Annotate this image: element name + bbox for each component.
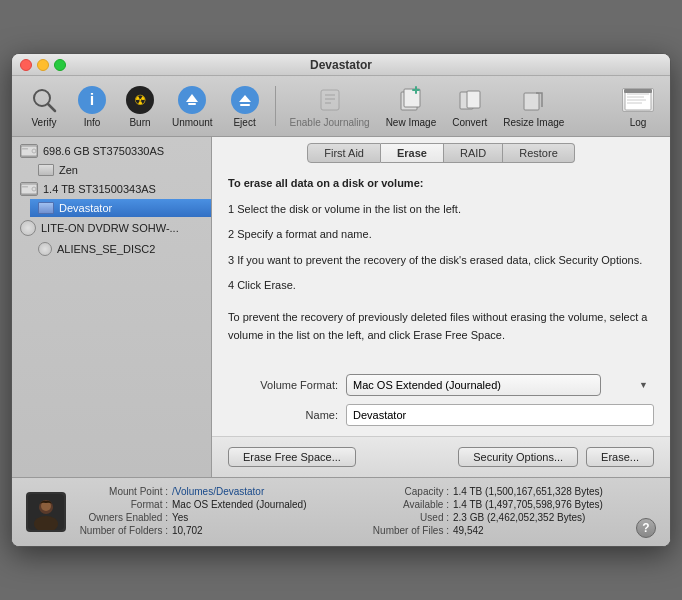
main-window: Devastator Verify i Info ☢ Burn xyxy=(11,53,671,547)
erase-button[interactable]: Erase... xyxy=(586,447,654,467)
used-val: 2.3 GB (2,462,052,352 Bytes) xyxy=(453,512,585,523)
disk2-icon xyxy=(20,182,38,196)
mount-point-row: Mount Point : /Volumes/Devastator xyxy=(78,486,343,497)
disk1-label: 698.6 GB ST3750330AS xyxy=(43,145,164,157)
used-key: Used : xyxy=(359,512,449,523)
eject-label: Eject xyxy=(233,117,255,128)
sidebar-item-disk1[interactable]: 698.6 GB ST3750330AS xyxy=(12,141,211,161)
owners-key: Owners Enabled : xyxy=(78,512,168,523)
owners-val: Yes xyxy=(172,512,188,523)
info-icon: i xyxy=(76,84,108,116)
toolbar-new-image[interactable]: New Image xyxy=(380,82,443,130)
svg-rect-28 xyxy=(22,186,28,188)
svg-rect-26 xyxy=(21,184,37,194)
security-options-button[interactable]: Security Options... xyxy=(458,447,578,467)
enable-journaling-icon xyxy=(314,84,346,116)
unmount-icon xyxy=(176,84,208,116)
right-panel: First Aid Erase RAID Restore To erase al… xyxy=(212,137,670,477)
resize-image-label: Resize Image xyxy=(503,117,564,128)
info-col-right: Capacity : 1.4 TB (1,500,167,651,328 Byt… xyxy=(359,486,624,538)
svg-rect-23 xyxy=(21,146,37,156)
toolbar-verify[interactable]: Verify xyxy=(22,82,66,130)
devastator-label: Devastator xyxy=(59,202,112,214)
capacity-val: 1.4 TB (1,500,167,651,328 Bytes) xyxy=(453,486,603,497)
volume-format-wrapper: Mac OS Extended (Journaled) Mac OS Exten… xyxy=(346,374,654,396)
avatar xyxy=(26,492,66,532)
available-key: Available : xyxy=(359,499,449,510)
folders-key: Number of Folders : xyxy=(78,525,168,536)
sidebar-item-optical1[interactable]: LITE-ON DVDRW SOHW-... xyxy=(12,217,211,239)
convert-icon xyxy=(454,84,486,116)
disc-icon xyxy=(38,242,52,256)
info-columns: Mount Point : /Volumes/Devastator Format… xyxy=(78,486,624,538)
close-button[interactable] xyxy=(20,59,32,71)
volume-format-label: Volume Format: xyxy=(228,379,338,391)
traffic-lights xyxy=(20,59,66,71)
sidebar: 698.6 GB ST3750330AS Zen 1.4 TB ST315003… xyxy=(12,137,212,477)
optical1-icon xyxy=(20,220,36,236)
volume-format-select[interactable]: Mac OS Extended (Journaled) Mac OS Exten… xyxy=(346,374,601,396)
svg-rect-3 xyxy=(188,103,196,105)
available-row: Available : 1.4 TB (1,497,705,598,976 By… xyxy=(359,499,624,510)
main-content: 698.6 GB ST3750330AS Zen 1.4 TB ST315003… xyxy=(12,137,670,477)
toolbar-eject[interactable]: Eject xyxy=(223,82,267,130)
tab-erase[interactable]: Erase xyxy=(381,143,444,163)
toolbar-unmount[interactable]: Unmount xyxy=(166,82,219,130)
new-image-icon xyxy=(395,84,427,116)
erase-extra: To prevent the recovery of previously de… xyxy=(228,309,654,344)
info-bar: Mount Point : /Volumes/Devastator Format… xyxy=(12,477,670,546)
button-row: Erase Free Space... Security Options... … xyxy=(212,436,670,477)
capacity-row: Capacity : 1.4 TB (1,500,167,651,328 Byt… xyxy=(359,486,624,497)
log-label: Log xyxy=(630,117,647,128)
erase-free-space-button[interactable]: Erase Free Space... xyxy=(228,447,356,467)
name-input[interactable] xyxy=(346,404,654,426)
info-col-left: Mount Point : /Volumes/Devastator Format… xyxy=(78,486,343,538)
svg-rect-22 xyxy=(624,89,652,93)
tab-raid[interactable]: RAID xyxy=(444,143,503,163)
toolbar-log[interactable]: Log xyxy=(616,82,660,130)
files-val: 49,542 xyxy=(453,525,484,536)
files-row: Number of Files : 49,542 xyxy=(359,525,624,536)
svg-rect-25 xyxy=(22,148,28,150)
eject-icon xyxy=(229,84,261,116)
used-row: Used : 2.3 GB (2,462,052,352 Bytes) xyxy=(359,512,624,523)
folders-val: 10,702 xyxy=(172,525,203,536)
enable-journaling-label: Enable Journaling xyxy=(290,117,370,128)
name-row: Name: xyxy=(228,404,654,426)
toolbar-enable-journaling[interactable]: Enable Journaling xyxy=(284,82,376,130)
zen-icon xyxy=(38,164,54,176)
minimize-button[interactable] xyxy=(37,59,49,71)
name-label: Name: xyxy=(228,409,338,421)
convert-label: Convert xyxy=(452,117,487,128)
instructions-title: To erase all data on a disk or volume: xyxy=(228,177,423,189)
new-image-label: New Image xyxy=(386,117,437,128)
disk1-icon xyxy=(20,144,38,158)
toolbar-info[interactable]: i Info xyxy=(70,82,114,130)
capacity-key: Capacity : xyxy=(359,486,449,497)
toolbar-burn[interactable]: ☢ Burn xyxy=(118,82,162,130)
help-button[interactable]: ? xyxy=(636,518,656,538)
owners-row: Owners Enabled : Yes xyxy=(78,512,343,523)
svg-rect-16 xyxy=(524,93,539,110)
available-val: 1.4 TB (1,497,705,598,976 Bytes) xyxy=(453,499,603,510)
extra-text: To prevent the recovery of previously de… xyxy=(228,309,654,344)
sidebar-item-disc[interactable]: ALIENS_SE_DISC2 xyxy=(30,239,211,259)
log-icon xyxy=(622,84,654,116)
maximize-button[interactable] xyxy=(54,59,66,71)
toolbar-resize-image[interactable]: Resize Image xyxy=(497,82,570,130)
toolbar-convert[interactable]: Convert xyxy=(446,82,493,130)
sidebar-item-zen[interactable]: Zen xyxy=(30,161,211,179)
svg-marker-2 xyxy=(186,94,198,102)
right-buttons: Security Options... Erase... xyxy=(458,447,654,467)
devastator-icon xyxy=(38,202,54,214)
sidebar-item-disk2[interactable]: 1.4 TB ST31500343AS xyxy=(12,179,211,199)
sidebar-item-devastator[interactable]: Devastator xyxy=(30,199,211,217)
title-bar: Devastator xyxy=(12,54,670,76)
erase-instructions: To erase all data on a disk or volume: 1… xyxy=(228,175,654,295)
step4: 4 Click Erase. xyxy=(228,277,654,295)
resize-image-icon xyxy=(518,84,550,116)
window-title: Devastator xyxy=(310,58,372,72)
tab-restore[interactable]: Restore xyxy=(503,143,575,163)
tab-first-aid[interactable]: First Aid xyxy=(307,143,381,163)
step2: 2 Specify a format and name. xyxy=(228,226,654,244)
